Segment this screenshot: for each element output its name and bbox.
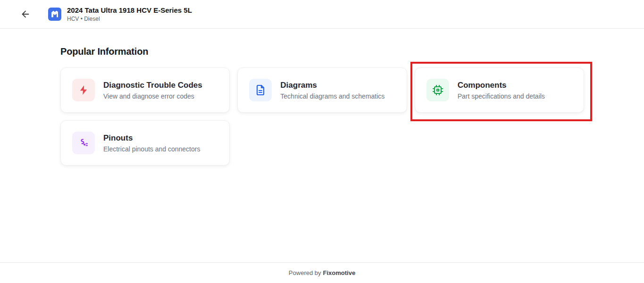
card-slot-dtc: Diagnostic Trouble Codes View and diagno… — [60, 67, 230, 113]
app-header: 2024 Tata Ultra 1918 HCV E-Series 5L HCV… — [0, 0, 644, 29]
cpu-chip-icon — [427, 79, 449, 101]
vehicle-title-block: 2024 Tata Ultra 1918 HCV E-Series 5L HCV… — [67, 6, 192, 23]
footer-brand: Fixomotive — [323, 269, 356, 276]
card-description: Electrical pinouts and connectors — [103, 145, 200, 153]
card-diagnostic-trouble-codes[interactable]: Diagnostic Trouble Codes View and diagno… — [60, 67, 230, 113]
card-description: Technical diagrams and schematics — [280, 92, 385, 100]
app-footer: Powered by Fixomotive — [0, 262, 644, 283]
section-heading: Popular Information — [60, 46, 584, 57]
card-components[interactable]: Components Part specifications and detai… — [415, 67, 584, 113]
card-title: Pinouts — [103, 133, 200, 143]
brand-m-icon — [48, 8, 61, 21]
card-diagrams[interactable]: Diagrams Technical diagrams and schemati… — [237, 67, 407, 113]
card-title: Diagrams — [280, 80, 385, 90]
lightning-bolt-icon — [72, 79, 95, 101]
footer-text: Powered by — [289, 269, 321, 276]
card-slot-components: Components Part specifications and detai… — [415, 67, 584, 113]
card-title: Components — [458, 80, 545, 90]
card-slot-pinouts: Pinouts Electrical pinouts and connector… — [60, 120, 230, 166]
card-description: View and diagnose error codes — [103, 92, 202, 100]
plug-connector-icon — [72, 132, 95, 154]
card-text: Diagnostic Trouble Codes View and diagno… — [103, 80, 202, 100]
vehicle-subtitle: HCV • Diesel — [67, 16, 192, 23]
card-slot-diagrams: Diagrams Technical diagrams and schemati… — [237, 67, 407, 113]
main-content: Popular Information Diagnostic Trouble C… — [0, 29, 644, 166]
vehicle-title: 2024 Tata Ultra 1918 HCV E-Series 5L — [67, 6, 192, 15]
card-text: Components Part specifications and detai… — [458, 80, 545, 100]
app-logo — [48, 8, 61, 21]
card-description: Part specifications and details — [458, 92, 545, 100]
popular-info-grid: Diagnostic Trouble Codes View and diagno… — [60, 67, 584, 166]
document-icon — [249, 79, 272, 101]
card-title: Diagnostic Trouble Codes — [103, 80, 202, 90]
arrow-left-icon — [20, 9, 31, 19]
card-pinouts[interactable]: Pinouts Electrical pinouts and connector… — [60, 120, 230, 166]
card-text: Diagrams Technical diagrams and schemati… — [280, 80, 385, 100]
card-text: Pinouts Electrical pinouts and connector… — [103, 133, 200, 153]
back-button[interactable] — [17, 6, 34, 23]
